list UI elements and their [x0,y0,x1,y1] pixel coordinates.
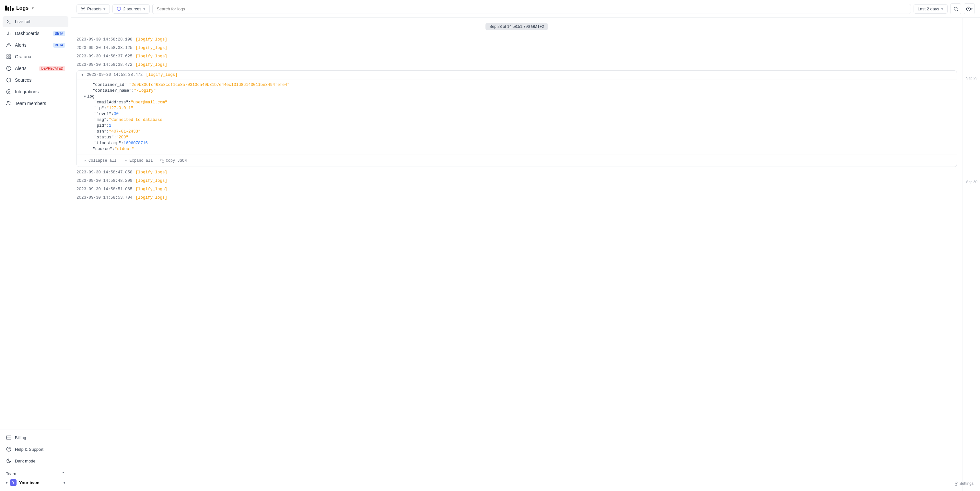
log-section-log[interactable]: ▼ log [81,94,952,100]
svg-point-13 [8,91,10,92]
main-nav: Live tail Dashboards BETA Alerts BETA [0,15,71,429]
terminal-icon [6,19,12,25]
toolbar: Presets ▾ 2 sources ▾ Last 2 days ▾ ▾ [71,0,980,18]
users-icon [6,100,12,106]
copy-icon [161,159,164,163]
field-key: "ssn": [94,129,109,134]
sidebar-item-alerts-beta[interactable]: Alerts BETA [3,40,68,51]
sidebar-item-label: Billing [15,435,26,440]
collapse-icon[interactable]: ▼ [81,73,84,77]
log-line[interactable]: 2023-09-30 14:58:48.299 [logify_logs] [71,176,962,185]
field-value: "2e9b336fc463e8ccf1ce8a70313ca49b31b7e44… [129,83,290,87]
svg-point-19 [82,8,84,10]
log-timestamp: 2023-09-30 14:58:38.472 [76,62,132,68]
sidebar-item-team-members[interactable]: Team members [3,98,68,109]
field-key: "source": [88,147,115,151]
sidebar-item-live-tail[interactable]: Live tail [3,16,68,27]
team-expand-icon: ▾ [6,481,8,485]
sidebar-item-billing[interactable]: Billing [3,432,68,443]
svg-rect-15 [6,436,11,440]
log-expanded-body: "container_id": "2e9b336fc463e8ccf1ce8a7… [77,79,957,154]
copy-json-button[interactable]: Copy JSON [159,157,189,164]
sources-label: 2 sources [123,6,141,11]
timeline-labels: Sep 29 Sep 30 [962,18,980,491]
time-range-button[interactable]: Last 2 days ▾ [913,4,948,14]
log-line[interactable]: 2023-09-30 14:58:38.472 [logify_logs] [71,60,962,69]
log-source: [logify_logs] [136,186,167,192]
log-field-email: "emailAddress": "user@mail.com" [81,100,952,105]
log-content[interactable]: Sep 28 at 14:58:51.796 GMT+2 2023-09-30 … [71,18,962,491]
log-expanded-header[interactable]: ▼ 2023-09-30 14:58:38.472 [logify_logs] [77,71,957,79]
log-area-wrapper: Sep 28 at 14:58:51.796 GMT+2 2023-09-30 … [71,18,980,491]
log-line[interactable]: 2023-09-30 14:58:37.625 [logify_logs] [71,52,962,60]
team-name: Your team [19,480,40,485]
field-key: "level": [94,112,114,116]
log-line[interactable]: 2023-09-30 14:58:47.858 [logify_logs] [71,168,962,176]
log-field-ssn: "ssn": "407-01-2433" [81,129,952,135]
presets-button[interactable]: Presets ▾ [76,4,110,14]
svg-rect-8 [9,57,11,59]
integrations-icon [6,89,12,95]
log-field-timestamp: "timestamp": 1696078716 [81,140,952,146]
log-line[interactable]: 2023-09-30 14:58:51.065 [logify_logs] [71,185,962,194]
date-label: Sep 28 at 14:58:51.796 GMT+2 [485,23,548,30]
field-key: "pid": [94,124,109,128]
sidebar-item-label: Help & Support [15,447,43,452]
sidebar-item-help-support[interactable]: Help & Support [3,444,68,455]
log-line[interactable]: 2023-09-30 14:58:28.198 [logify_logs] [71,35,962,44]
collapse-all-button[interactable]: Collapse all [81,157,118,164]
field-value: "user@mail.com" [131,100,167,105]
team-header[interactable]: Team ⌃ [3,469,68,478]
expand-all-button[interactable]: Expand all [122,157,154,164]
sidebar-item-dark-mode[interactable]: Dark mode [3,455,68,466]
box-icon [6,77,12,83]
log-line[interactable]: 2023-09-30 14:58:33.125 [logify_logs] [71,44,962,52]
field-value: "127.0.0.1" [107,106,134,111]
svg-rect-7 [9,55,11,56]
sources-chevron: ▾ [143,6,145,11]
sidebar-item-sources[interactable]: Sources [3,75,68,86]
bar-chart-icon [6,30,12,36]
sidebar-bottom: Billing Help & Support Dark mode [0,429,71,491]
sidebar-item-grafana[interactable]: Grafana [3,51,68,62]
sidebar-item-label: Sources [15,78,32,83]
svg-point-20 [954,7,957,10]
log-source: [logify_logs] [136,62,167,68]
team-label: Team [6,471,16,476]
app-title-chevron[interactable]: ▾ [32,6,34,10]
log-timestamp: 2023-09-30 14:58:37.625 [76,53,132,60]
field-key: "emailAddress": [94,100,131,105]
log-line[interactable]: 2023-09-30 14:58:53.704 [logify_logs] [71,194,962,202]
credit-card-icon [6,435,12,440]
log-expanded-entry: ▼ 2023-09-30 14:58:38.472 [logify_logs] … [76,70,957,167]
date-separator: Sep 28 at 14:58:51.796 GMT+2 [71,18,962,35]
sidebar-item-label: Alerts [15,43,27,48]
settings-button[interactable]: Settings [951,480,976,487]
log-source: [logify_logs] [136,36,167,43]
field-value: "Connected to database" [109,118,165,122]
sidebar-item-integrations[interactable]: Integrations [3,86,68,97]
field-value: "200" [116,135,129,140]
settings-icon [954,481,958,486]
app-logo[interactable]: Logs ▾ [0,0,71,15]
svg-point-24 [956,483,957,484]
search-icon-button[interactable] [950,3,961,14]
log-timestamp: 2023-09-30 14:58:51.065 [76,186,132,192]
field-value: "407-01-2433" [109,129,141,134]
sidebar-item-alerts-deprecated[interactable]: Alerts DEPRECATED [3,63,68,74]
clock-icon-button[interactable]: ▾ [964,3,975,14]
log-field-status: "status": "200" [81,135,952,140]
time-chevron: ▾ [941,6,943,11]
expand-all-icon [124,159,128,163]
sidebar-item-label: Integrations [15,89,38,94]
beta-badge: BETA [53,43,65,48]
search-input[interactable] [152,4,911,14]
svg-line-21 [957,10,958,11]
team-name-row[interactable]: ▾ Y Your team ▾ [3,478,68,488]
sidebar-item-dashboards[interactable]: Dashboards BETA [3,28,68,39]
sidebar-item-label: Alerts [15,66,27,71]
help-circle-icon [6,446,12,452]
log-field-msg: "msg": "Connected to database" [81,117,952,123]
sources-button[interactable]: 2 sources ▾ [113,4,150,14]
log-timestamp: 2023-09-30 14:58:47.858 [76,169,132,176]
